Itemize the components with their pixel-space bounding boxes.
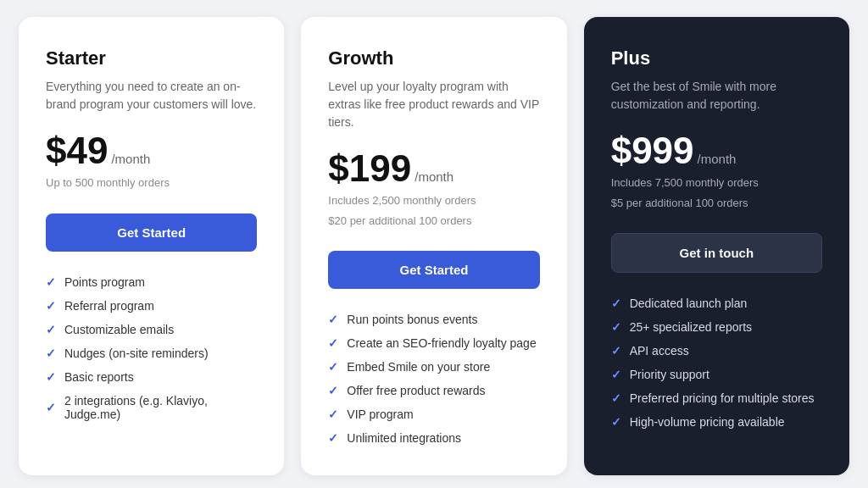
features-list-starter: ✓Points program✓Referral program✓Customi… — [46, 275, 257, 421]
price-row-starter: $49/month — [46, 132, 257, 169]
feature-text: Points program — [64, 275, 145, 289]
checkmark-icon: ✓ — [46, 299, 56, 313]
checkmark-icon: ✓ — [328, 360, 338, 374]
checkmark-icon: ✓ — [328, 313, 338, 326]
list-item: ✓Unlimited integrations — [328, 431, 539, 445]
plan-card-plus: PlusGet the best of Smile with more cust… — [584, 17, 849, 475]
price-note-plus: Includes 7,500 monthly orders — [611, 175, 822, 191]
feature-text: Run points bonus events — [347, 313, 477, 326]
list-item: ✓Run points bonus events — [328, 313, 539, 326]
plan-card-growth: GrowthLevel up your loyalty program with… — [301, 17, 566, 475]
list-item: ✓Offer free product rewards — [328, 384, 539, 397]
checkmark-icon: ✓ — [46, 347, 56, 360]
feature-text: Unlimited integrations — [347, 431, 461, 445]
feature-text: Embed Smile on your store — [347, 360, 490, 374]
cta-button-starter[interactable]: Get Started — [46, 214, 257, 252]
feature-text: Nudges (on-site reminders) — [64, 347, 209, 360]
feature-text: 25+ specialized reports — [630, 320, 752, 334]
feature-text: Offer free product rewards — [347, 384, 485, 397]
plan-card-starter: StarterEverything you need to create an … — [19, 17, 284, 475]
feature-text: Basic reports — [64, 370, 134, 384]
checkmark-icon: ✓ — [328, 384, 338, 397]
list-item: ✓High-volume pricing available — [611, 415, 822, 429]
checkmark-icon: ✓ — [611, 391, 621, 405]
features-list-plus: ✓Dedicated launch plan✓25+ specialized r… — [611, 297, 822, 429]
plan-desc-starter: Everything you need to create an on-bran… — [46, 78, 257, 114]
checkmark-icon: ✓ — [611, 320, 621, 334]
pricing-container: StarterEverything you need to create an … — [19, 17, 849, 475]
feature-text: Dedicated launch plan — [630, 297, 748, 310]
list-item: ✓25+ specialized reports — [611, 320, 822, 334]
feature-text: 2 integrations (e.g. Klaviyo, Judge.me) — [64, 394, 257, 421]
plan-name-growth: Growth — [328, 47, 539, 69]
price-note-plus: $5 per additional 100 orders — [611, 195, 822, 212]
feature-text: API access — [630, 344, 689, 358]
list-item: ✓Create an SEO-friendly loyalty page — [328, 336, 539, 350]
checkmark-icon: ✓ — [46, 323, 56, 336]
feature-text: Priority support — [630, 368, 709, 381]
price-row-plus: $999/month — [611, 132, 822, 169]
cta-button-growth[interactable]: Get Started — [328, 251, 539, 289]
checkmark-icon: ✓ — [611, 368, 621, 381]
checkmark-icon: ✓ — [328, 431, 338, 445]
price-amount-starter: $49 — [46, 132, 108, 169]
price-amount-growth: $199 — [328, 150, 411, 187]
plan-name-plus: Plus — [611, 47, 822, 69]
list-item: ✓API access — [611, 344, 822, 358]
checkmark-icon: ✓ — [611, 344, 621, 358]
plan-desc-growth: Level up your loyalty program with extra… — [328, 78, 539, 131]
feature-text: Preferred pricing for multiple stores — [630, 391, 815, 405]
list-item: ✓Referral program — [46, 299, 257, 313]
list-item: ✓2 integrations (e.g. Klaviyo, Judge.me) — [46, 394, 257, 421]
features-list-growth: ✓Run points bonus events✓Create an SEO-f… — [328, 313, 539, 445]
price-period-starter: /month — [111, 152, 150, 166]
price-period-plus: /month — [698, 152, 737, 166]
feature-text: Referral program — [64, 299, 154, 313]
price-row-growth: $199/month — [328, 150, 539, 187]
price-note-starter: Up to 500 monthly orders — [46, 175, 257, 191]
price-period-growth: /month — [415, 169, 453, 184]
list-item: ✓Points program — [46, 275, 257, 289]
checkmark-icon: ✓ — [611, 297, 621, 310]
list-item: ✓Customizable emails — [46, 323, 257, 336]
feature-text: Customizable emails — [64, 323, 174, 336]
checkmark-icon: ✓ — [328, 336, 338, 350]
feature-text: Create an SEO-friendly loyalty page — [347, 336, 536, 350]
checkmark-icon: ✓ — [46, 370, 56, 384]
list-item: ✓Preferred pricing for multiple stores — [611, 391, 822, 405]
list-item: ✓Nudges (on-site reminders) — [46, 347, 257, 360]
list-item: ✓Basic reports — [46, 370, 257, 384]
cta-button-plus[interactable]: Get in touch — [611, 233, 822, 273]
checkmark-icon: ✓ — [46, 275, 56, 289]
price-note-growth: $20 per additional 100 orders — [328, 213, 539, 230]
list-item: ✓VIP program — [328, 408, 539, 421]
list-item: ✓Priority support — [611, 368, 822, 381]
price-note-growth: Includes 2,500 monthly orders — [328, 192, 539, 209]
price-amount-plus: $999 — [611, 132, 694, 169]
feature-text: VIP program — [347, 408, 413, 421]
plan-desc-plus: Get the best of Smile with more customiz… — [611, 78, 822, 114]
list-item: ✓Dedicated launch plan — [611, 297, 822, 310]
feature-text: High-volume pricing available — [630, 415, 785, 429]
checkmark-icon: ✓ — [328, 408, 338, 421]
list-item: ✓Embed Smile on your store — [328, 360, 539, 374]
checkmark-icon: ✓ — [611, 415, 621, 429]
plan-name-starter: Starter — [46, 47, 257, 69]
checkmark-icon: ✓ — [46, 401, 56, 414]
